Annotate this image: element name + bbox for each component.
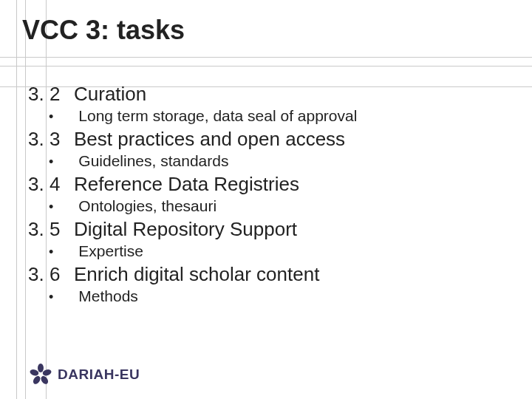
flower-icon — [30, 364, 52, 386]
content-list: 3. 2 Curation • Long term storage, data … — [28, 81, 517, 308]
bullet-icon: • — [28, 200, 53, 215]
svg-point-5 — [38, 372, 43, 377]
task-subtext: Methods — [53, 287, 138, 305]
task-label: Best practices and open access — [74, 128, 345, 151]
grid-horizontal-1 — [0, 57, 532, 58]
grid-vertical-1 — [16, 0, 17, 399]
grid-vertical-2 — [25, 0, 26, 399]
task-label: Curation — [74, 83, 146, 106]
task-item: 3. 6 Enrich digital scholar content — [28, 263, 517, 286]
bullet-icon: • — [28, 290, 53, 305]
task-item: 3. 3 Best practices and open access — [28, 128, 517, 151]
task-sub: • Methods — [28, 287, 517, 305]
task-subtext: Guidelines, standards — [53, 152, 228, 170]
footer-logo-text: DARIAH-EU — [58, 366, 140, 383]
task-subtext: Long term storage, data seal of approval — [53, 107, 357, 125]
slide-title: VCC 3: tasks — [22, 15, 185, 46]
task-label: Enrich digital scholar content — [74, 263, 319, 286]
task-sub: • Guidelines, standards — [28, 152, 517, 170]
task-subtext: Expertise — [53, 242, 143, 260]
task-sub: • Ontologies, thesauri — [28, 197, 517, 215]
bullet-icon: • — [28, 109, 53, 125]
bullet-icon: • — [28, 154, 53, 170]
task-label: Digital Repository Support — [74, 218, 297, 241]
grid-horizontal-2 — [0, 66, 532, 66]
task-sub: • Long term storage, data seal of approv… — [28, 107, 517, 125]
footer-logo: DARIAH-EU — [30, 364, 140, 386]
svg-point-0 — [38, 364, 44, 372]
task-item: 3. 5 Digital Repository Support — [28, 218, 517, 241]
task-number: 3. 3 — [28, 128, 74, 151]
task-number: 3. 5 — [28, 218, 74, 241]
task-number: 3. 4 — [28, 173, 74, 196]
task-number: 3. 6 — [28, 263, 74, 286]
task-item: 3. 2 Curation — [28, 83, 517, 106]
task-sub: • Expertise — [28, 242, 517, 260]
task-label: Reference Data Registries — [74, 173, 299, 196]
task-number: 3. 2 — [28, 83, 74, 106]
bullet-icon: • — [28, 245, 53, 260]
slide: VCC 3: tasks 3. 2 Curation • Long term s… — [0, 0, 532, 399]
task-subtext: Ontologies, thesauri — [53, 197, 216, 215]
task-item: 3. 4 Reference Data Registries — [28, 173, 517, 196]
